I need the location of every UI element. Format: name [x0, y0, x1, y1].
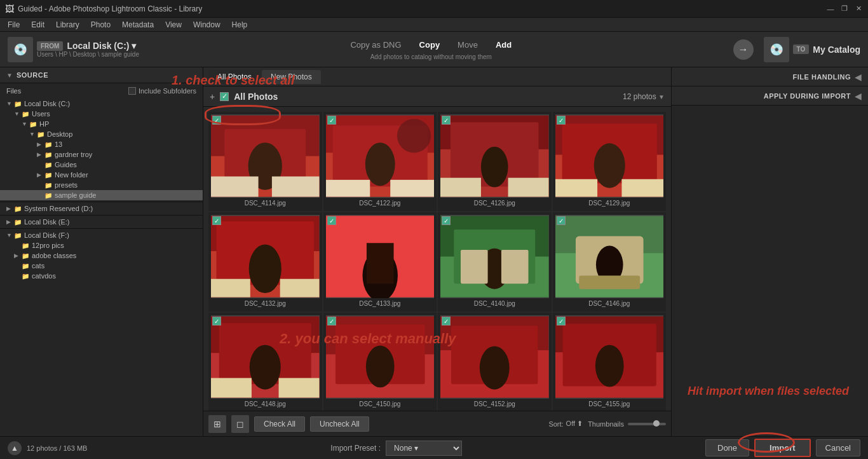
import-button[interactable]: Import	[754, 439, 810, 457]
expand-13[interactable]: ▶	[37, 141, 43, 147]
menu-photo[interactable]: Photo	[86, 18, 116, 32]
menu-edit[interactable]: Edit	[26, 18, 50, 32]
cancel-button[interactable]: Cancel	[816, 439, 860, 456]
tree-item-sample-guide[interactable]: ▶ 📁 sample guide	[0, 190, 203, 200]
mode-copy[interactable]: Copy	[417, 39, 443, 51]
status-arrow-up[interactable]: ▲	[8, 441, 22, 455]
tree-label-hp: HP	[39, 120, 49, 128]
grid-view-button[interactable]: ⊞	[208, 415, 226, 433]
include-subfolders-checkbox[interactable]	[128, 87, 136, 95]
photo-cell-11[interactable]: ✓ DSC_4152.jpg	[438, 313, 552, 411]
done-button[interactable]: Done	[705, 439, 749, 456]
photo-cell-2[interactable]: ✓ DSC_4122.jpg	[323, 112, 437, 211]
source-path[interactable]: Local Disk (C:) ▾	[67, 41, 136, 51]
to-catalog[interactable]: My Catalog	[813, 45, 860, 55]
import-modes: Copy as DNG Copy Move Add	[348, 39, 514, 51]
tree-item-local-f[interactable]: ▼ 📁 Local Disk (F:)	[0, 230, 203, 240]
menu-metadata[interactable]: Metadata	[117, 18, 159, 32]
tree-item-gardner-troy[interactable]: ▶ 📁 gardner troy	[0, 149, 203, 160]
photo-checkbox-7[interactable]: ✓	[442, 216, 451, 225]
include-subfolders-option[interactable]: Include Subfolders	[128, 87, 196, 95]
photo-cell-4[interactable]: ✓ DSC_4129.jpg	[553, 112, 667, 211]
menu-file[interactable]: File	[3, 18, 25, 32]
expand-system-reserved[interactable]: ▶	[6, 205, 13, 212]
photo-cell-7[interactable]: ✓ DSC_4140.jpg	[438, 212, 552, 312]
tree-item-desktop[interactable]: ▼ 📁 Desktop	[0, 129, 203, 139]
svg-point-59	[480, 346, 510, 390]
expand-users[interactable]: ▼	[14, 111, 20, 117]
maximize-button[interactable]: ❐	[840, 4, 849, 13]
check-all-checkbox[interactable]: ✓	[220, 92, 229, 101]
thumbnail-size-slider[interactable]	[628, 423, 666, 425]
expand-desktop[interactable]: ▼	[29, 131, 36, 137]
tree-item-guides[interactable]: ▶ 📁 Guides	[0, 160, 203, 170]
photo-checkbox-3[interactable]: ✓	[442, 116, 451, 125]
expand-new-folder[interactable]: ▶	[37, 172, 43, 178]
photo-checkbox-1[interactable]: ✓	[212, 116, 221, 125]
photo-name-2: DSC_4122.jpg	[326, 198, 435, 209]
mode-add[interactable]: Add	[493, 39, 514, 51]
tree-item-adobe-classes[interactable]: ▶ 📁 adobe classes	[0, 250, 203, 261]
photo-checkbox-2[interactable]: ✓	[327, 116, 336, 125]
file-handling-panel-header[interactable]: File Handling ◀	[672, 67, 868, 86]
add-folder-btn[interactable]: +	[210, 92, 215, 102]
photo-cell-10[interactable]: ✓ DSC_4150.jpg	[323, 313, 437, 411]
photo-cell-8[interactable]: ✓ DSC_4146.jpg	[553, 212, 667, 312]
expand-hp[interactable]: ▼	[22, 121, 28, 127]
tree-item-presets[interactable]: ▶ 📁 presets	[0, 180, 203, 190]
photo-checkbox-9[interactable]: ✓	[212, 317, 221, 325]
menu-help[interactable]: Help	[227, 18, 253, 32]
folder-icon-hp: 📁	[29, 121, 37, 128]
tree-item-local-e[interactable]: ▶ 📁 Local Disk (E:)	[0, 217, 203, 227]
tree-item-hp[interactable]: ▼ 📁 HP	[0, 119, 203, 129]
photo-cell-6[interactable]: ✓ DSC_4133.jpg	[323, 212, 437, 312]
photo-name-11: DSC_4152.jpg	[440, 399, 549, 409]
check-all-button[interactable]: Check All	[254, 416, 305, 432]
tree-item-new-folder[interactable]: ▶ 📁 New folder	[0, 170, 203, 180]
minimize-button[interactable]: —	[826, 4, 835, 13]
menu-library[interactable]: Library	[51, 18, 85, 32]
tree-item-cats[interactable]: ▶ 📁 cats	[0, 261, 203, 271]
photos-count-arrow[interactable]: ▼	[658, 93, 665, 100]
menu-window[interactable]: Window	[188, 18, 226, 32]
source-panel-header[interactable]: ▼ Source	[0, 67, 203, 83]
tab-all-photos[interactable]: All Photos	[208, 70, 261, 84]
expand-gardner-troy[interactable]: ▶	[37, 151, 43, 158]
sort-value[interactable]: Off ⬆	[566, 420, 583, 428]
mode-copy-as-dng[interactable]: Copy as DNG	[348, 39, 403, 51]
photo-checkbox-4[interactable]: ✓	[557, 116, 566, 125]
expand-local-f[interactable]: ▼	[6, 232, 13, 238]
nav-arrow[interactable]: →	[733, 39, 754, 60]
folder-icon-12pro-pics: 📁	[22, 242, 29, 249]
tree-item-local-c[interactable]: ▼ 📁 Local Disk (C:)	[0, 99, 203, 109]
tree-item-catvdos[interactable]: ▶ 📁 catvdos	[0, 271, 203, 281]
menu-view[interactable]: View	[160, 18, 187, 32]
photo-cell-9[interactable]: ✓ DSC_4148.jpg	[208, 313, 322, 411]
photo-cell-3[interactable]: ✓ DSC_4126.jpg	[438, 112, 552, 211]
tree-item-system-reserved[interactable]: ▶ 📁 System Reserved (D:)	[0, 203, 203, 214]
apply-during-import-header[interactable]: Apply During Import ◀	[672, 86, 868, 106]
photo-cell-5[interactable]: ✓ DSC_4132.jpg	[208, 212, 322, 312]
close-button[interactable]: ✕	[854, 4, 863, 13]
tree-item-12pro-pics[interactable]: ▶ 📁 12pro pics	[0, 240, 203, 250]
status-middle: Import Preset : None ▾	[87, 441, 705, 456]
expand-adobe-classes[interactable]: ▶	[14, 252, 20, 259]
expand-local-e[interactable]: ▶	[6, 219, 13, 225]
uncheck-all-button[interactable]: Uncheck All	[310, 416, 369, 432]
photo-checkbox-10[interactable]: ✓	[327, 317, 336, 325]
photo-checkbox-12[interactable]: ✓	[557, 317, 566, 325]
photo-cell-1[interactable]: ✓ DSC_4114.jpg	[208, 112, 322, 211]
tab-new-photos[interactable]: New Photos	[262, 70, 321, 84]
import-preset-select[interactable]: None ▾	[386, 441, 462, 456]
photo-checkbox-6[interactable]: ✓	[327, 216, 336, 225]
photo-checkbox-5[interactable]: ✓	[212, 216, 221, 225]
tree-item-13[interactable]: ▶ 📁 13	[0, 139, 203, 149]
expand-local-c[interactable]: ▼	[6, 100, 13, 107]
photo-cell-12[interactable]: ✓ DSC_4155.jpg	[553, 313, 667, 411]
loupe-view-button[interactable]: ◻	[231, 415, 249, 433]
status-left: ▲ 12 photos / 163 MB	[8, 441, 87, 455]
tree-item-users[interactable]: ▼ 📁 Users	[0, 109, 203, 119]
photo-checkbox-8[interactable]: ✓	[557, 216, 566, 225]
photo-checkbox-11[interactable]: ✓	[442, 317, 451, 325]
mode-move[interactable]: Move	[455, 39, 480, 51]
